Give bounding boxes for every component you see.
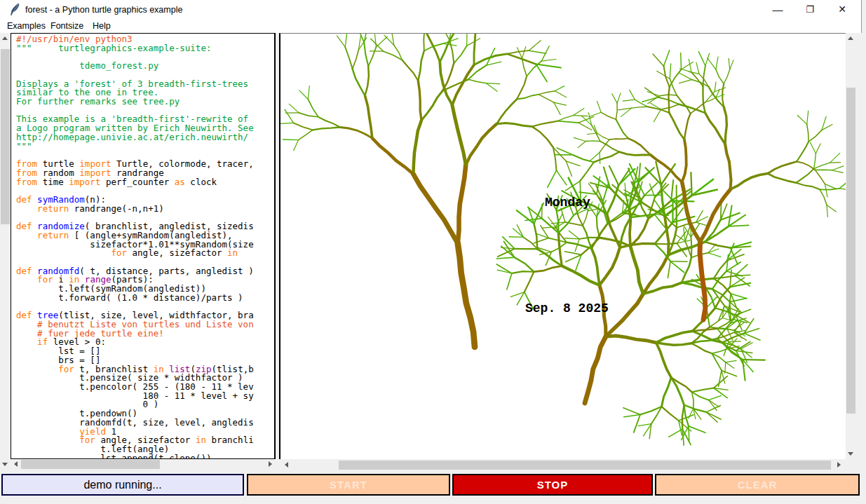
tree-branch <box>375 34 377 47</box>
tree-branch <box>630 219 649 246</box>
tree-branch <box>592 248 600 285</box>
status-field: demo running... <box>1 474 244 496</box>
tree-branch <box>517 225 523 238</box>
tree-branch <box>371 39 384 51</box>
tree-branch <box>564 252 581 255</box>
tree-branch <box>654 109 661 122</box>
code-vscrollbar[interactable] <box>0 33 11 470</box>
menu-bar: Examples Fontsize Help <box>0 19 861 33</box>
close-button[interactable]: ✕ <box>830 0 854 19</box>
tree-branch <box>679 73 692 79</box>
scroll-right-icon[interactable] <box>837 462 841 468</box>
tree-branch <box>714 261 727 279</box>
tree-branch <box>515 257 534 272</box>
tree-branch <box>616 119 628 138</box>
menu-examples[interactable]: Examples <box>4 20 48 32</box>
tree-branch <box>425 34 440 62</box>
tree-branch <box>698 52 705 66</box>
tree-branch <box>368 47 376 66</box>
tree-branch <box>630 246 643 294</box>
tree-branch <box>656 331 693 343</box>
tree-branch <box>280 123 293 123</box>
window-title: forest - a Python turtle graphics exampl… <box>25 5 182 15</box>
maximize-button[interactable]: ❐ <box>798 0 822 19</box>
tree-branch <box>536 64 547 82</box>
tree-branch <box>670 261 684 273</box>
tree-branch <box>670 69 682 87</box>
scroll-left-icon[interactable] <box>285 462 288 468</box>
tree-branch <box>681 53 682 69</box>
tree-branch <box>810 142 816 154</box>
tree-branch <box>669 113 684 139</box>
tree-branch <box>565 181 580 191</box>
tree-branch <box>617 93 621 103</box>
tree-branch <box>715 82 716 92</box>
tree-branch <box>708 58 716 69</box>
tree-branch <box>716 69 724 83</box>
canvas-frame: MondaySep. 8 2025 <box>279 33 846 459</box>
tree-branch <box>729 58 730 69</box>
tree-branch <box>619 152 651 156</box>
tree-branch <box>574 116 588 116</box>
tree-branch <box>585 336 606 403</box>
menu-fontsize[interactable]: Fontsize <box>48 20 86 32</box>
tree-branch <box>496 257 514 259</box>
tree-branch <box>731 294 747 299</box>
tree-branch <box>372 138 414 174</box>
tree-branch <box>671 200 694 201</box>
scroll-up-icon[interactable] <box>848 36 853 40</box>
tree-branch <box>691 343 712 353</box>
tree-branch <box>569 231 579 239</box>
stop-button[interactable]: STOP <box>452 474 653 496</box>
tree-branch <box>830 163 841 163</box>
tree-branch <box>557 121 579 123</box>
code-vscroll-thumb[interactable] <box>1 49 10 224</box>
tree-branch <box>574 209 588 215</box>
tree-branch <box>710 318 722 327</box>
tree-branch <box>555 86 564 91</box>
scroll-right-icon[interactable] <box>269 461 272 467</box>
tree-branch <box>586 141 600 142</box>
tree-branch <box>554 102 567 105</box>
tree-branch <box>283 139 298 140</box>
tree-branch <box>574 137 586 141</box>
tree-branch <box>832 166 844 170</box>
canvas-vscrollbar[interactable] <box>846 33 856 459</box>
tree-branch <box>474 54 507 65</box>
scroll-down-icon[interactable] <box>848 452 853 456</box>
scroll-left-icon[interactable] <box>14 461 18 467</box>
tree-branch <box>814 154 816 169</box>
tree-branch <box>815 170 825 184</box>
tree-branch <box>597 101 601 112</box>
tree-branch <box>827 205 827 217</box>
main-area: #!/usr/bin/env python3""" turtlegraphics… <box>0 33 862 472</box>
tree-branch <box>717 329 734 330</box>
canvas-hscroll-thumb[interactable] <box>339 461 831 470</box>
tree-branch <box>630 90 635 100</box>
canvas-vscroll-thumb[interactable] <box>846 88 855 414</box>
turtle-canvas[interactable]: MondaySep. 8 2025 <box>280 34 846 459</box>
minimize-button[interactable]: — <box>766 0 790 19</box>
code-hscroll-thumb[interactable] <box>21 460 160 469</box>
scroll-up-icon[interactable] <box>2 36 8 40</box>
code-pane: #!/usr/bin/env python3""" turtlegraphics… <box>11 33 276 459</box>
code-line: tdemo_forest.py <box>16 62 254 71</box>
tree-branch <box>709 400 719 407</box>
start-button[interactable]: START <box>247 474 450 496</box>
canvas-hscrollbar[interactable] <box>280 460 846 470</box>
code-hscrollbar[interactable] <box>11 459 276 470</box>
tree-branch <box>725 144 731 190</box>
tree-branch <box>744 334 760 341</box>
tree-branch <box>671 378 692 393</box>
menu-help[interactable]: Help <box>90 20 114 32</box>
tree-branch <box>709 395 722 400</box>
tree-branch <box>364 43 368 67</box>
tree-branch <box>807 124 809 142</box>
clear-button[interactable]: CLEAR <box>655 474 860 496</box>
tree-branch <box>509 237 523 238</box>
tree-branch <box>522 47 526 59</box>
scroll-down-icon[interactable] <box>2 463 8 466</box>
code-line: from time import perf_counter as clock <box>16 178 254 187</box>
code-editor[interactable]: #!/usr/bin/env python3""" turtlegraphics… <box>16 35 254 459</box>
tree-branch <box>797 162 815 170</box>
